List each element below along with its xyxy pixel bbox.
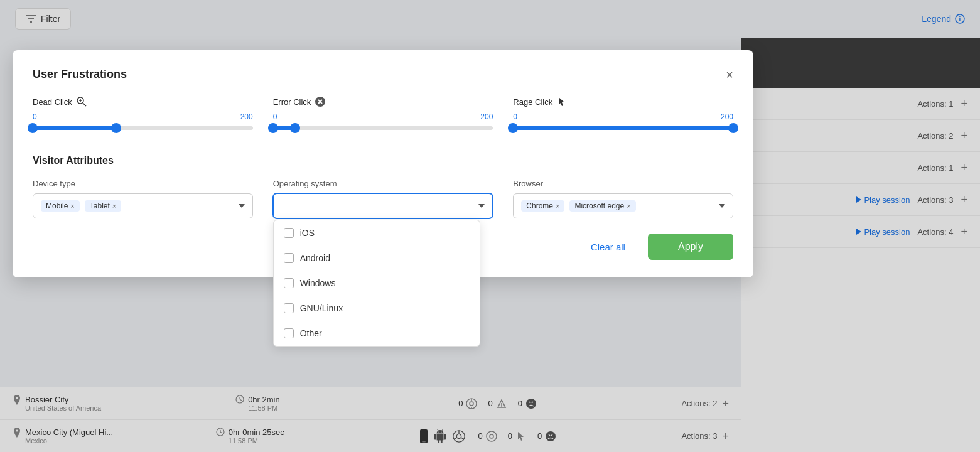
error-click-label: Error Click: [273, 97, 311, 107]
cursor-icon: [556, 96, 568, 107]
range-max: 200: [240, 112, 253, 121]
device-type-tag-tablet: Tablet ×: [85, 200, 121, 212]
filter-modal: User Frustrations × Dead Click 0 200: [13, 50, 753, 277]
range-max: 200: [721, 112, 733, 121]
os-search-input[interactable]: [281, 202, 474, 211]
device-type-tag-mobile: Mobile ×: [41, 200, 80, 212]
dropdown-label-gnulinux: GNU/Linux: [300, 303, 343, 313]
device-type-field: Device type Mobile × Tablet ×: [33, 179, 253, 218]
chevron-down-icon: [478, 204, 485, 208]
checkbox-gnulinux[interactable]: [284, 303, 294, 313]
chevron-down-icon: [719, 204, 725, 208]
clear-all-button[interactable]: Clear all: [578, 235, 638, 259]
dropdown-item-ios[interactable]: iOS: [274, 220, 480, 245]
close-button[interactable]: ×: [726, 68, 733, 81]
slider-thumb-right[interactable]: [111, 123, 121, 133]
visitor-attributes-title: Visitor Attributes: [33, 155, 733, 166]
remove-edge-tag[interactable]: ×: [627, 202, 630, 210]
checkbox-windows[interactable]: [284, 278, 294, 288]
browser-tag-edge: Microsoft edge ×: [569, 200, 635, 212]
close-icon: ×: [726, 68, 733, 82]
slider-fill: [513, 126, 733, 130]
range-labels: 0 200: [273, 112, 493, 121]
checkbox-ios[interactable]: [284, 228, 294, 238]
svg-line-33: [83, 103, 86, 106]
error-x-icon: [315, 96, 326, 107]
frustration-grid: Dead Click 0 200 Error Click: [33, 96, 733, 135]
device-type-select[interactable]: Mobile × Tablet ×: [33, 193, 253, 218]
range-labels: 0 200: [513, 112, 733, 121]
remove-tablet-tag[interactable]: ×: [112, 202, 116, 210]
modal-header: User Frustrations ×: [33, 68, 733, 81]
range-min: 0: [273, 112, 277, 121]
dropdown-label-windows: Windows: [300, 278, 336, 288]
slider-thumb-left[interactable]: [508, 123, 518, 133]
os-field-wrapper: Operating system iOS Android: [273, 179, 493, 218]
dropdown-label-android: Android: [300, 253, 330, 263]
attributes-grid: Device type Mobile × Tablet × Operating …: [33, 179, 733, 218]
range-labels: 0 200: [33, 112, 253, 121]
slider-thumb-right[interactable]: [290, 123, 300, 133]
checkbox-android[interactable]: [284, 253, 294, 263]
clear-all-label: Clear all: [591, 242, 625, 252]
os-label: Operating system: [273, 179, 493, 188]
checkbox-other[interactable]: [284, 328, 294, 338]
apply-button[interactable]: Apply: [648, 234, 733, 260]
os-dropdown: iOS Android Windows GNU/Linux: [273, 220, 480, 347]
slider-track[interactable]: [273, 126, 493, 130]
dropdown-item-windows[interactable]: Windows: [274, 271, 480, 296]
browser-field: Browser Chrome × Microsoft edge ×: [513, 179, 733, 218]
slider-track[interactable]: [33, 126, 253, 130]
browser-label: Browser: [513, 179, 733, 188]
rage-click-header: Rage Click: [513, 96, 733, 107]
error-click-header: Error Click: [273, 96, 493, 107]
browser-tag-chrome: Chrome ×: [521, 200, 564, 212]
range-min: 0: [513, 112, 517, 121]
browser-select[interactable]: Chrome × Microsoft edge ×: [513, 193, 733, 218]
dropdown-label-ios: iOS: [300, 228, 315, 238]
chevron-down-icon: [239, 204, 245, 208]
dropdown-item-other[interactable]: Other: [274, 321, 480, 346]
slider-track[interactable]: [513, 126, 733, 130]
dead-click-slider: Dead Click 0 200: [33, 96, 253, 135]
os-select[interactable]: [273, 193, 493, 218]
dropdown-item-gnulinux[interactable]: GNU/Linux: [274, 296, 480, 321]
dead-click-header: Dead Click: [33, 96, 253, 107]
search-magnify-icon: [76, 96, 87, 107]
dead-click-label: Dead Click: [33, 97, 72, 107]
modal-title: User Frustrations: [33, 68, 127, 81]
dropdown-label-other: Other: [300, 328, 322, 338]
apply-label: Apply: [678, 241, 703, 252]
remove-mobile-tag[interactable]: ×: [70, 202, 74, 210]
range-min: 0: [33, 112, 37, 121]
rage-click-label: Rage Click: [513, 97, 552, 107]
rage-click-slider: Rage Click 0 200: [513, 96, 733, 135]
range-max: 200: [480, 112, 493, 121]
visitor-attributes-section: Visitor Attributes Device type Mobile × …: [33, 155, 733, 218]
slider-fill: [33, 126, 116, 130]
slider-thumb-left[interactable]: [268, 123, 278, 133]
remove-chrome-tag[interactable]: ×: [556, 202, 559, 210]
device-type-label: Device type: [33, 179, 253, 188]
slider-thumb-right[interactable]: [728, 123, 738, 133]
error-click-slider: Error Click 0 200: [273, 96, 493, 135]
slider-thumb-left[interactable]: [28, 123, 38, 133]
dropdown-item-android[interactable]: Android: [274, 245, 480, 271]
